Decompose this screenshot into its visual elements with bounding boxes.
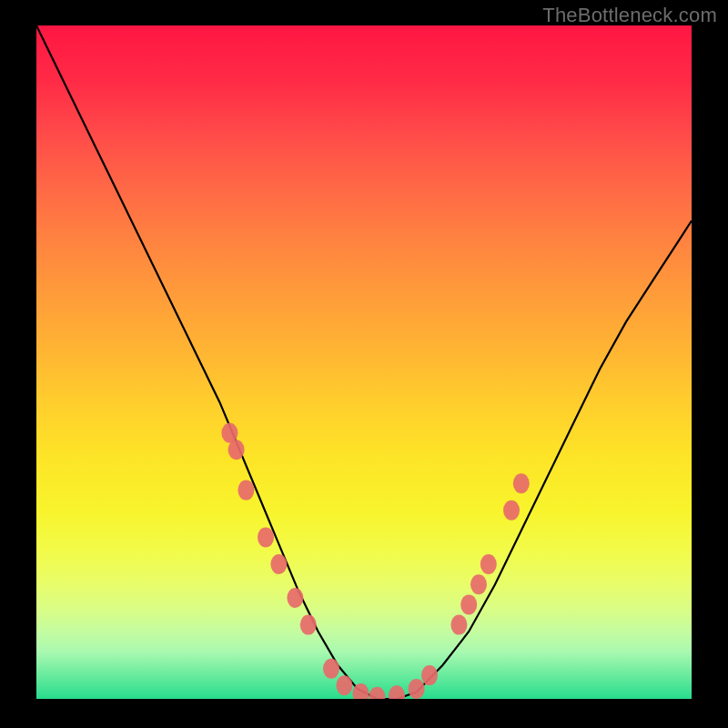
data-marker [323, 659, 339, 679]
data-marker [238, 480, 254, 500]
data-marker [421, 665, 438, 685]
chart-svg [36, 25, 692, 699]
data-marker [409, 679, 425, 699]
data-marker [513, 473, 530, 493]
data-marker [287, 588, 303, 608]
data-marker [369, 687, 385, 699]
data-marker [503, 500, 520, 521]
data-marker [336, 675, 352, 695]
data-markers [221, 423, 529, 699]
data-marker [389, 685, 405, 699]
data-marker [300, 615, 317, 635]
data-marker [270, 554, 287, 574]
chart-frame: TheBottleneck.com [0, 0, 728, 728]
data-marker [480, 554, 497, 574]
plot-area [36, 25, 692, 699]
data-marker [228, 440, 245, 460]
data-marker [258, 527, 274, 547]
watermark-text: TheBottleneck.com [542, 4, 717, 27]
data-marker [470, 574, 487, 594]
data-marker [460, 594, 477, 614]
bottleneck-curve [36, 25, 692, 699]
data-marker [450, 615, 467, 635]
